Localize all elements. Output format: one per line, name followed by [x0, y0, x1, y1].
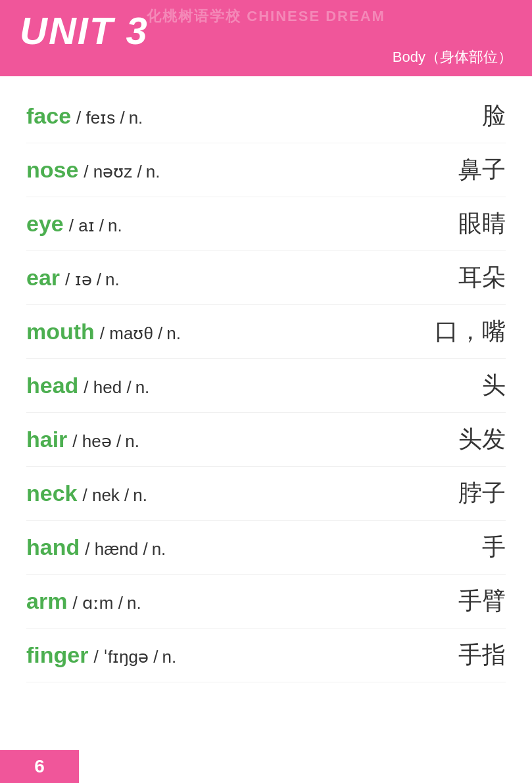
vocab-left: head / hed / n.: [26, 373, 427, 398]
vocab-row: neck / nek / n.脖子: [26, 467, 506, 521]
vocab-row: hand / hænd / n.手: [26, 521, 506, 575]
vocab-chinese: 眼睛: [427, 208, 506, 240]
vocab-phonetic: / nəʊz /: [84, 162, 141, 182]
vocab-left: face / feɪs / n.: [26, 103, 427, 129]
vocab-word: ear: [26, 265, 60, 291]
vocab-left: nose / nəʊz / n.: [26, 157, 427, 183]
vocab-phonetic: / ˈfɪŋgə /: [93, 647, 158, 667]
vocab-left: hair / heə / n.: [26, 427, 427, 452]
vocab-row: eye / aɪ / n.眼睛: [26, 197, 506, 251]
vocab-word: finger: [26, 642, 88, 668]
footer: 6: [0, 750, 79, 783]
vocab-pos: n.: [133, 485, 147, 506]
vocab-chinese: 脖子: [427, 477, 506, 510]
vocab-chinese: 头发: [427, 423, 506, 456]
vocab-row: arm / ɑːm / n.手臂: [26, 575, 506, 629]
vocab-left: ear / ɪə / n.: [26, 265, 427, 291]
vocab-chinese: 头: [427, 369, 506, 402]
vocab-pos: n.: [105, 270, 120, 290]
vocab-row: face / feɪs / n.脸: [26, 89, 506, 143]
vocab-chinese: 手臂: [427, 585, 506, 617]
vocab-pos: n.: [125, 431, 139, 452]
vocab-word: head: [26, 373, 78, 398]
vocab-pos: n.: [108, 216, 122, 236]
vocab-word: neck: [26, 481, 78, 506]
vocab-pos: n.: [146, 162, 160, 182]
content: face / feɪs / n.脸nose / nəʊz / n.鼻子eye /…: [0, 76, 532, 735]
vocab-left: arm / ɑːm / n.: [26, 588, 427, 614]
vocab-chinese: 手指: [427, 639, 506, 671]
vocab-row: mouth / maʊθ / n.口，嘴: [26, 305, 506, 359]
vocab-left: eye / aɪ / n.: [26, 211, 427, 237]
header: 化桃树语学校 CHINESE DREAM UNIT 3 Body（身体部位）: [0, 0, 532, 76]
vocab-word: arm: [26, 588, 67, 614]
vocab-pos: n.: [135, 377, 150, 398]
vocab-phonetic: / maʊθ /: [100, 323, 162, 344]
vocab-chinese: 耳朵: [427, 262, 506, 294]
page-number: 6: [34, 756, 45, 777]
vocab-pos: n.: [162, 647, 177, 667]
vocab-row: nose / nəʊz / n.鼻子: [26, 143, 506, 197]
vocab-word: hair: [26, 427, 67, 452]
vocab-word: mouth: [26, 319, 95, 344]
vocab-left: mouth / maʊθ / n.: [26, 319, 427, 344]
vocab-chinese: 口，嘴: [427, 316, 506, 348]
vocab-phonetic: / ɪə /: [65, 270, 101, 290]
vocab-phonetic: / feɪs /: [76, 108, 125, 128]
vocab-pos: n.: [166, 323, 181, 344]
vocab-phonetic: / heə /: [72, 431, 121, 452]
vocab-row: ear / ɪə / n.耳朵: [26, 251, 506, 305]
vocab-pos: n.: [152, 539, 166, 559]
vocab-pos: n.: [129, 108, 143, 128]
vocab-row: hair / heə / n.头发: [26, 413, 506, 467]
unit-title: UNIT 3: [20, 12, 512, 50]
vocab-chinese: 鼻子: [427, 154, 506, 186]
vocab-phonetic: / aɪ /: [69, 216, 104, 236]
vocab-chinese: 手: [427, 531, 506, 563]
vocab-phonetic: / hed /: [84, 377, 131, 398]
vocab-left: hand / hænd / n.: [26, 534, 427, 560]
vocab-word: face: [26, 103, 71, 129]
vocab-row: head / hed / n.头: [26, 359, 506, 413]
vocab-phonetic: / hænd /: [85, 539, 147, 559]
vocab-phonetic: / ɑːm /: [72, 593, 123, 613]
vocab-pos: n.: [127, 593, 141, 613]
vocab-word: eye: [26, 211, 64, 237]
vocab-left: neck / nek / n.: [26, 481, 427, 506]
vocab-word: hand: [26, 534, 80, 560]
vocab-word: nose: [26, 157, 78, 183]
vocab-row: finger / ˈfɪŋgə / n.手指: [26, 629, 506, 682]
vocab-left: finger / ˈfɪŋgə / n.: [26, 642, 427, 668]
vocab-chinese: 脸: [427, 100, 506, 132]
vocab-phonetic: / nek /: [83, 485, 130, 506]
